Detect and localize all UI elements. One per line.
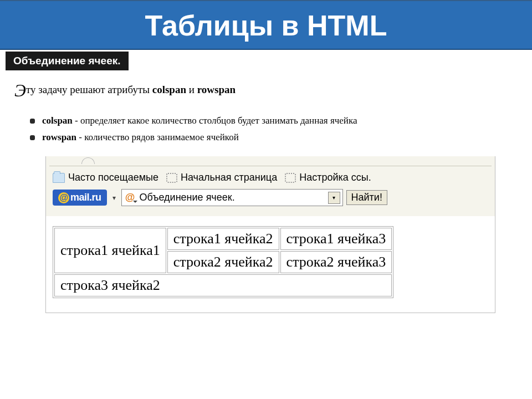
- mailru-logo[interactable]: @mail.ru: [53, 190, 107, 206]
- bullet-term: colspan: [42, 115, 73, 126]
- slide-subtitle: Объединение ячеек.: [6, 52, 129, 70]
- dropcap: Э: [14, 80, 26, 100]
- table-row: строка1 ячейка1 строка1 ячейка2 строка1 …: [54, 228, 392, 250]
- bookmark-links-config[interactable]: Настройка ссы.: [285, 172, 371, 183]
- example-table: строка1 ячейка1 строка1 ячейка2 строка1 …: [53, 226, 393, 298]
- intro-before: ту задачу решают атрибуты: [26, 84, 152, 95]
- intro-text: Эту задачу решают атрибуты colspan и row…: [14, 80, 518, 101]
- bookmark-label: Начальная страница: [181, 172, 277, 183]
- bullet-desc: - определяет какое количество столбцов б…: [73, 115, 357, 126]
- search-toolbar: @mail.ru ▾ @ Объединение ячеек. ▾ Найти!: [49, 189, 492, 212]
- search-button[interactable]: Найти!: [346, 190, 387, 205]
- browser-tab-strip: [49, 158, 492, 166]
- logo-text: mail.ru: [70, 192, 101, 203]
- bookmarks-bar: Часто посещаемые Начальная страница Наст…: [49, 171, 492, 189]
- table-row: строка3 ячейка2: [54, 274, 392, 296]
- folder-icon: [53, 173, 65, 183]
- table-cell: строка3 ячейка2: [54, 274, 392, 296]
- bullet-desc: - количество рядов занимаемое ячейкой: [76, 132, 239, 142]
- bookmark-label: Настройка ссы.: [299, 172, 371, 183]
- search-text: Объединение ячеек.: [136, 191, 328, 204]
- bullet-item: rowspan - количество рядов занимаемое яч…: [30, 132, 518, 143]
- bookmark-label: Часто посещаемые: [68, 172, 158, 183]
- bullet-term: rowspan: [42, 132, 76, 142]
- chevron-down-icon[interactable]: ▾: [328, 192, 340, 204]
- intro-and: и: [186, 84, 197, 95]
- at-icon: @: [58, 192, 69, 203]
- bullet-item: colspan - определяет какое количество ст…: [30, 115, 518, 126]
- bullet-list: colspan - определяет какое количество ст…: [30, 115, 518, 143]
- slide-content: Эту задачу решают атрибуты colspan и row…: [0, 70, 532, 313]
- browser-chrome: Часто посещаемые Начальная страница Наст…: [46, 156, 495, 216]
- table-cell: строка1 ячейка2: [167, 228, 279, 250]
- slide-title: Таблицы в HTML: [0, 0, 532, 50]
- search-engine-icon: @: [124, 192, 136, 204]
- table-cell: строка2 ячейка3: [280, 251, 392, 273]
- bookmark-frequent[interactable]: Часто посещаемые: [53, 172, 158, 183]
- intro-attr1: colspan: [152, 84, 186, 95]
- table-cell: строка1 ячейка3: [280, 228, 392, 250]
- intro-attr2: rowspan: [197, 84, 236, 95]
- table-cell: строка1 ячейка1: [54, 228, 166, 273]
- browser-page: строка1 ячейка1 строка1 ячейка2 строка1 …: [46, 216, 495, 313]
- page-icon: [166, 173, 177, 183]
- table-cell: строка2 ячейка2: [167, 251, 279, 273]
- page-icon: [285, 173, 296, 183]
- bookmark-start-page[interactable]: Начальная страница: [166, 172, 277, 183]
- browser-screenshot: Часто посещаемые Начальная страница Наст…: [45, 156, 495, 313]
- chevron-down-icon[interactable]: ▾: [110, 194, 118, 202]
- search-input[interactable]: @ Объединение ячеек. ▾: [121, 189, 343, 206]
